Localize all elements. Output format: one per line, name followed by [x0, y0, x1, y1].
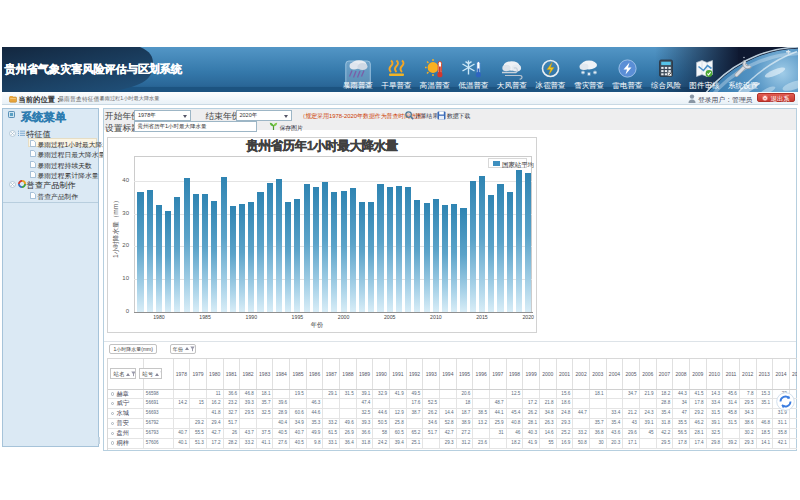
- svg-text:高温普查: 高温普查: [420, 81, 450, 90]
- svg-text:大风普查: 大风普查: [497, 81, 527, 90]
- svg-text:低温普查: 低温普查: [458, 81, 488, 90]
- svg-text:雷电普查: 雷电普查: [612, 81, 642, 90]
- svg-text:雪灾普查: 雪灾普查: [574, 81, 604, 90]
- svg-text:贵州省气象灾害风险评估与区划系统: 贵州省气象灾害风险评估与区划系统: [4, 62, 183, 76]
- svg-text:图件审核: 图件审核: [689, 81, 720, 90]
- svg-text:冰雹普查: 冰雹普查: [535, 81, 565, 90]
- svg-text:暴雨普查: 暴雨普查: [343, 81, 373, 90]
- svg-text:干旱普查: 干旱普查: [381, 81, 411, 90]
- svg-text:综合风险: 综合风险: [651, 81, 682, 90]
- svg-text:系统设置: 系统设置: [728, 81, 759, 90]
